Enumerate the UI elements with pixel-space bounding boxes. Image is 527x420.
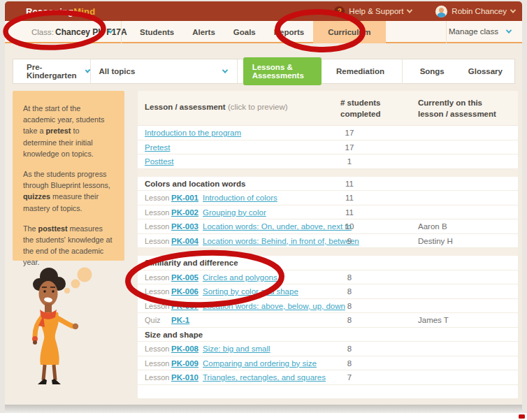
user-avatar-icon (435, 6, 447, 17)
lesson-code-link[interactable]: PK-1 (171, 313, 189, 328)
tab-alerts[interactable]: Alerts (183, 21, 224, 43)
row-type-label: Lesson (145, 299, 169, 314)
reasoning-mind-app: ReasoningMind ? Help & Support Robin Cha… (5, 1, 522, 405)
tab-students[interactable]: Students (131, 21, 183, 43)
assessment-link[interactable]: Posttest (145, 154, 174, 169)
students-completed-count: 17 (332, 140, 367, 155)
lesson-code-link[interactable]: PK-009 (171, 356, 198, 371)
class-selector[interactable]: Chancey PK F17A (55, 27, 127, 37)
table-row-pk-005: LessonPK-005Circles and polygons8 (138, 270, 518, 285)
lesson-title-link[interactable]: Introduction of colors (203, 191, 277, 205)
help-question-icon: ? (334, 6, 345, 17)
row-type-label: Lesson (145, 284, 169, 299)
lesson-title-link[interactable]: Circles and polygons (203, 270, 277, 285)
row-type-label: Lesson (145, 234, 169, 249)
screenshot-stage: ReasoningMind ? Help & Support Robin Cha… (0, 0, 527, 420)
lesson-code-link[interactable]: PK-005 (171, 270, 198, 285)
lesson-code-link[interactable]: PK-001 (171, 191, 198, 205)
info-paragraph-pretest: At the start of the academic year, stude… (23, 103, 114, 159)
table-row-posttest: Posttest1 (138, 154, 518, 169)
view-lessons-assessments[interactable]: Lessons & Assessments (243, 57, 322, 85)
table-row-pk-008: LessonPK-008Size: big and small8 (138, 342, 518, 356)
students-completed-count: 10 (332, 219, 367, 234)
tab-goals[interactable]: Goals (224, 21, 265, 43)
user-account-menu[interactable]: Robin Chancey (435, 6, 515, 17)
tab-curriculum[interactable]: Curriculum (313, 21, 385, 43)
lesson-title-link[interactable]: Size: big and small (203, 342, 270, 356)
students-completed-count: 8 (332, 284, 367, 299)
topics-selected-value: All topics (99, 67, 136, 75)
class-label: Class: (31, 28, 54, 36)
info-paragraph-posttest: The posttest measures the students' know… (23, 223, 114, 268)
students-completed-count: 8 (332, 313, 367, 328)
view-songs[interactable]: Songs (408, 67, 456, 75)
section-title: Similarity and difference (145, 256, 238, 270)
lesson-code-link[interactable]: PK-003 (171, 219, 198, 234)
annotation-dot (519, 414, 525, 419)
view-glossary[interactable]: Glossary (456, 67, 514, 75)
help-support-menu[interactable]: ? Help & Support (334, 6, 412, 17)
students-completed-count: 8 (332, 342, 367, 356)
lesson-title-link[interactable]: Grouping by color (203, 205, 266, 220)
lessons-table: Lesson / assessment (click to preview) #… (138, 91, 518, 398)
currently-on-student: Aaron B (418, 219, 447, 234)
lesson-title-link[interactable]: Sorting by color and shape (203, 284, 298, 299)
top-header-bar: ReasoningMind ? Help & Support Robin Cha… (5, 1, 522, 21)
table-header: Lesson / assessment (click to preview) #… (138, 91, 518, 126)
tab-reports[interactable]: Reports (265, 21, 313, 43)
column-header-currently-on: Currently on thislesson / assessment (418, 98, 516, 120)
section-gap (138, 248, 518, 256)
lesson-title-link[interactable]: Triangles, rectangles, and squares (203, 370, 326, 385)
table-row-pk-010: LessonPK-010Triangles, rectangles, and s… (138, 370, 518, 385)
app-logo: ReasoningMind (26, 6, 95, 17)
column-header-students-completed: # studentscompleted (340, 98, 403, 120)
curriculum-filter-bar: Pre-Kindergarten All topics Lessons & As… (13, 59, 515, 84)
lesson-title-link[interactable]: Comparing and ordering by size (203, 356, 317, 371)
logo-text-reasoning: Reasoning (26, 6, 73, 17)
manage-class-button[interactable]: Manage class (449, 27, 498, 36)
students-completed-count: 11 (332, 205, 367, 220)
view-switcher: Lessons & AssessmentsRemediationSongsGlo… (238, 59, 514, 83)
assessment-link[interactable]: Introduction to the program (145, 126, 241, 140)
lesson-code-link[interactable]: PK-010 (171, 370, 198, 385)
table-row-pk-002: LessonPK-002Grouping by color11 (138, 205, 518, 220)
currently-on-student: James T (418, 313, 449, 328)
manage-class-chevron-down-icon[interactable] (506, 27, 512, 33)
window-bottom-shadow (5, 405, 522, 413)
lesson-code-link[interactable]: PK-006 (171, 284, 198, 299)
teacher-character-illustration (14, 266, 94, 395)
divider (446, 21, 447, 43)
column-header-lesson: Lesson / assessment (click to preview) (145, 103, 288, 111)
header-right-group: ? Help & Support Robin Chancey (334, 1, 515, 21)
lesson-code-link[interactable]: PK-007 (171, 299, 198, 314)
table-row-pk-003: LessonPK-003Location words: On, under, a… (138, 219, 518, 234)
table-row-pk-006: LessonPK-006Sorting by color and shape8 (138, 284, 518, 299)
students-completed-count: 1 (332, 154, 367, 169)
lesson-code-link[interactable]: PK-008 (171, 342, 198, 356)
section-gap (138, 169, 518, 177)
info-paragraph-quizzes: As the students progress through Bluepri… (23, 168, 114, 214)
table-row-pretest: Pretest17 (138, 140, 518, 155)
row-type-label: Lesson (145, 205, 169, 220)
grade-dropdown[interactable]: Pre-Kindergarten (13, 59, 91, 83)
row-type-label: Lesson (145, 342, 169, 356)
assessment-link[interactable]: Pretest (145, 140, 170, 155)
lesson-title-link[interactable]: Location words: above, below, up, down (203, 299, 345, 314)
students-completed-count: 8 (332, 270, 367, 285)
row-type-label: Lesson (145, 370, 169, 385)
chevron-down-icon (407, 7, 412, 13)
lesson-code-link[interactable]: PK-004 (171, 234, 198, 249)
topics-dropdown[interactable]: All topics (91, 59, 238, 83)
row-type-label: Lesson (145, 270, 169, 285)
table-row-pk-1: QuizPK-18James T (138, 313, 518, 328)
students-completed-count: 8 (332, 356, 367, 371)
lesson-code-link[interactable]: PK-002 (171, 205, 198, 220)
table-row-similarity-and-difference: Similarity and difference (138, 256, 518, 270)
view-remediation[interactable]: Remediation (324, 67, 396, 75)
section-title: Size and shape (145, 328, 203, 342)
nav-tabs: StudentsAlertsGoalsReportsCurriculum (131, 21, 386, 43)
students-completed-count: 11 (332, 191, 367, 205)
lesson-title-link[interactable]: Location words: On, under, above, next t… (203, 219, 352, 234)
section-title: Colors and location words (145, 177, 245, 191)
divider (121, 21, 122, 43)
